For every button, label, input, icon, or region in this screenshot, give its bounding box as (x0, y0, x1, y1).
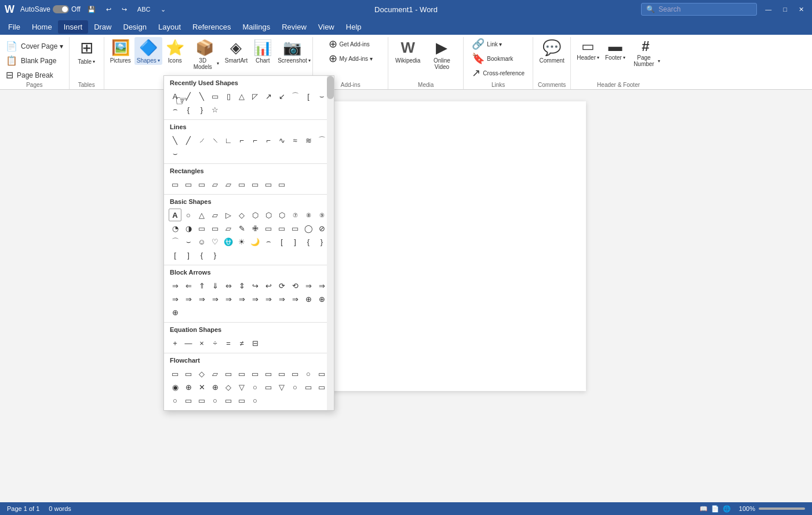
3d-models-button[interactable]: 📦 3D Models ▾ (188, 37, 221, 71)
shape-item[interactable]: ○ (209, 394, 221, 407)
menu-mailings[interactable]: Mailings (237, 20, 276, 34)
shape-item[interactable]: ◔ (169, 222, 181, 235)
shape-item[interactable]: { (195, 249, 208, 261)
shape-item[interactable]: ⇒ (275, 293, 288, 305)
shape-item[interactable]: ⇒ (235, 293, 248, 305)
shape-item[interactable]: ▭ (289, 222, 301, 235)
wikipedia-button[interactable]: W Wikipedia (393, 37, 423, 65)
comment-button[interactable]: 💬 Comment (537, 37, 567, 65)
shape-item[interactable]: ○ (249, 381, 261, 393)
menu-view[interactable]: View (312, 20, 340, 34)
menu-help[interactable]: Help (340, 20, 367, 34)
shape-item[interactable]: ▷ (222, 209, 235, 221)
shape-item[interactable]: ⇒ (169, 293, 181, 305)
shape-item[interactable]: ⌣ (169, 147, 181, 160)
shape-item[interactable]: ▭ (235, 394, 248, 407)
shape-item[interactable]: ╱ (182, 134, 195, 147)
shape-item[interactable]: ○ (249, 394, 261, 407)
shape-item[interactable]: ╲ (195, 90, 208, 103)
shape-item[interactable]: ⇒ (169, 279, 181, 292)
shape-item[interactable]: ⬡ (249, 209, 261, 221)
scroll-track[interactable] (327, 76, 334, 410)
shape-item[interactable]: { (302, 235, 315, 248)
shape-item[interactable]: ⌐ (249, 134, 261, 147)
shape-item[interactable]: ▭ (169, 178, 181, 191)
shape-item[interactable]: ▭ (262, 367, 275, 380)
shape-item[interactable]: ⇑ (195, 279, 208, 292)
chart-button[interactable]: 📊 Chart (251, 37, 274, 65)
shape-item[interactable]: ⌢ (262, 235, 275, 248)
table-button[interactable]: ⊞ Table ▾ (75, 37, 97, 66)
shape-item[interactable]: ⟍ (209, 134, 221, 147)
shape-item[interactable]: ÷ (209, 337, 221, 349)
my-addins-button[interactable]: ⊕ My Add-ins ▾ (326, 52, 375, 65)
cross-reference-button[interactable]: ↗ Cross-reference (469, 66, 527, 80)
shape-item[interactable]: ▭ (275, 367, 288, 380)
shape-item[interactable]: ∟ (222, 134, 235, 147)
spellcheck-button[interactable]: ABC (134, 5, 154, 14)
shape-item[interactable]: ⊘ (315, 222, 328, 235)
online-video-button[interactable]: ▶ Online Video (425, 37, 458, 71)
shape-item[interactable]: ] (289, 235, 301, 248)
bookmark-button[interactable]: 🔖 Bookmark (469, 52, 527, 65)
menu-design[interactable]: Design (118, 20, 152, 34)
shape-item[interactable]: ⟳ (275, 279, 288, 292)
shape-item[interactable]: ⊕ (209, 381, 221, 393)
redo-button[interactable]: ↪ (118, 5, 130, 14)
shape-item[interactable]: ▭ (249, 178, 261, 191)
shape-item[interactable]: ▭ (222, 367, 235, 380)
shape-item[interactable]: ▭ (302, 381, 315, 393)
shape-item[interactable]: ⇕ (235, 279, 248, 292)
shape-item[interactable]: ⇔ (222, 279, 235, 292)
shape-item[interactable]: ▱ (222, 178, 235, 191)
shape-item[interactable]: ▭ (209, 222, 221, 235)
shape-item[interactable]: ▱ (222, 222, 235, 235)
shape-item[interactable]: ◸ (249, 90, 261, 103)
undo-button[interactable]: ↩ (103, 5, 115, 14)
shape-item[interactable]: ⇒ (289, 293, 301, 305)
shape-item[interactable]: [ (275, 235, 288, 248)
shape-item[interactable]: ] (182, 249, 195, 261)
cover-page-button[interactable]: 📄 Cover Page ▾ (3, 39, 65, 53)
shape-item[interactable]: ◇ (222, 381, 235, 393)
shapes-button[interactable]: 🔷 Shapes ▾ (134, 37, 162, 65)
menu-layout[interactable]: Layout (152, 20, 187, 34)
shape-item[interactable]: ☺ (195, 235, 208, 248)
shape-item[interactable]: ⊕ (315, 293, 328, 305)
footer-button[interactable]: ▬ Footer ▾ (603, 37, 628, 61)
header-button[interactable]: ▭ Header ▾ (574, 37, 602, 61)
shape-item[interactable]: ▭ (195, 222, 208, 235)
shape-item[interactable]: ⇒ (302, 279, 315, 292)
menu-review[interactable]: Review (276, 20, 312, 34)
shape-item[interactable]: ☆ (209, 103, 221, 116)
shape-item[interactable]: ⌒ (169, 235, 181, 248)
scroll-thumb[interactable] (327, 76, 334, 99)
shape-item[interactable]: ↙ (275, 90, 288, 103)
shape-item[interactable]: ⌣ (182, 235, 195, 248)
pictures-button[interactable]: 🖼️ Pictures (108, 37, 133, 65)
shape-item[interactable]: ⟋ (195, 134, 208, 147)
shape-item[interactable]: ⇒ (222, 293, 235, 305)
shape-item[interactable]: ⇐ (182, 279, 195, 292)
shape-item[interactable]: × (195, 337, 208, 349)
shape-item[interactable]: ⇒ (262, 293, 275, 305)
shape-item[interactable]: ▭ (315, 367, 328, 380)
minimize-button[interactable]: — (762, 5, 775, 14)
shape-item[interactable]: ⇒ (209, 293, 221, 305)
shape-item[interactable]: = (222, 337, 235, 349)
shape-item[interactable]: ▭ (182, 394, 195, 407)
shape-item[interactable]: ▭ (222, 394, 235, 407)
shape-item[interactable]: ▭ (235, 178, 248, 191)
shape-item[interactable]: ○ (302, 367, 315, 380)
shape-item[interactable]: ▭ (275, 222, 288, 235)
shape-item[interactable]: ↗ (262, 90, 275, 103)
shape-item[interactable]: ▭ (262, 381, 275, 393)
shape-item[interactable]: ▭ (235, 367, 248, 380)
shape-item[interactable]: ○ (182, 209, 195, 221)
shape-item[interactable]: ⌐ (262, 134, 275, 147)
shape-item[interactable]: ⛎ (222, 235, 235, 248)
shape-item[interactable]: ▽ (275, 381, 288, 393)
shape-item[interactable]: ⊕ (302, 293, 315, 305)
shape-item[interactable]: ▭ (249, 367, 261, 380)
shape-item[interactable]: ☀ (235, 235, 248, 248)
